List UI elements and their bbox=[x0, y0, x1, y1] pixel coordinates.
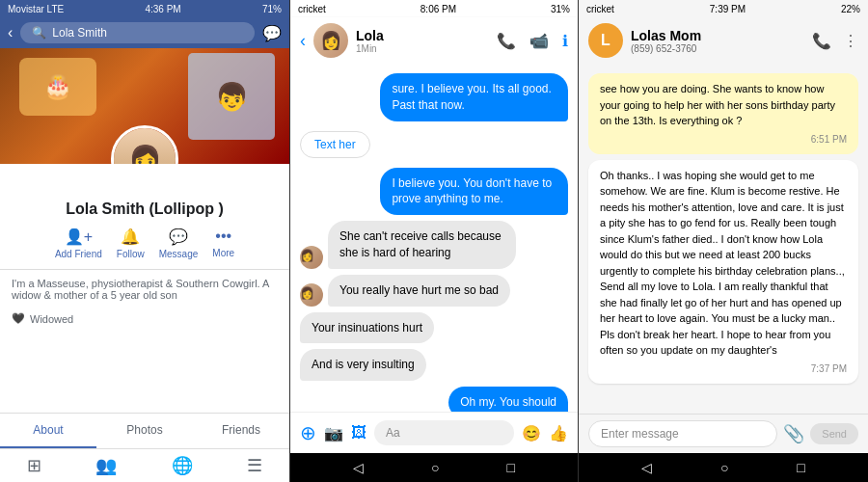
more-icon: ••• bbox=[215, 228, 231, 245]
message-row: And is very insulting bbox=[300, 349, 568, 381]
follow-button[interactable]: 🔔 Follow bbox=[117, 228, 145, 259]
menu-icon[interactable]: ☰ bbox=[247, 455, 262, 476]
add-friend-button[interactable]: 👤+ Add Friend bbox=[55, 228, 102, 259]
follow-label: Follow bbox=[117, 249, 145, 259]
more-button[interactable]: ••• More bbox=[212, 228, 234, 259]
search-box[interactable]: 🔍 Lola Smith bbox=[20, 22, 255, 43]
sent-message-3: Oh my. You should bbox=[448, 387, 568, 412]
battery-3: 22% bbox=[841, 4, 860, 14]
received-message-3: Your insinuations hurt bbox=[300, 312, 434, 344]
message-timestamp-2: 7:37 PM bbox=[600, 362, 847, 376]
messenger-header: ‹ 👩 Lola 1Min 📞 📹 ℹ bbox=[290, 17, 578, 64]
back-button-2[interactable]: ‹ bbox=[300, 31, 306, 51]
back-nav-icon-2[interactable]: ◁ bbox=[353, 460, 364, 475]
status-bar-1: Movistar LTE 4:36 PM 71% bbox=[0, 0, 289, 17]
contact-avatar-3: L bbox=[588, 23, 623, 58]
profile-name: Lola Smith (Lollipop ) bbox=[10, 201, 280, 218]
phone-icon-3[interactable]: 📞 bbox=[812, 32, 831, 50]
message-row: sure. I believe you. Its all good. Past … bbox=[300, 73, 568, 121]
message-label: Message bbox=[159, 249, 199, 259]
profile-actions: 👤+ Add Friend 🔔 Follow 💬 Message ••• Mor… bbox=[0, 218, 289, 270]
boy-photo: 👦 bbox=[188, 53, 275, 140]
emoji-icon-2[interactable]: 😊 bbox=[522, 424, 541, 442]
relationship-status: 🖤 Widowed bbox=[0, 308, 289, 329]
contact-info-3: Lolas Mom (859) 652-3760 bbox=[631, 28, 804, 54]
received-message-1: She can't receive calls because she is h… bbox=[328, 221, 516, 269]
back-nav-icon-3[interactable]: ◁ bbox=[641, 460, 652, 475]
carrier-2: cricket bbox=[298, 4, 326, 14]
contact-info-2: Lola 1Min bbox=[356, 28, 489, 54]
camera-icon-2[interactable]: 📷 bbox=[324, 424, 343, 442]
friends-icon[interactable]: 👥 bbox=[95, 455, 117, 476]
carrier-3: cricket bbox=[586, 4, 614, 14]
sender-avatar: 👩 bbox=[300, 246, 323, 269]
tab-friends[interactable]: Friends bbox=[193, 414, 289, 448]
tab-photos[interactable]: Photos bbox=[96, 414, 193, 448]
highlighted-message-text: see how you are doing. She wants to know… bbox=[600, 83, 835, 126]
text-her-button[interactable]: Text her bbox=[300, 131, 370, 158]
follow-icon: 🔔 bbox=[121, 228, 140, 246]
tab-about[interactable]: About bbox=[0, 414, 96, 448]
facebook-search-bar: ‹ 🔍 Lola Smith 💬 bbox=[0, 17, 289, 48]
sender-avatar: 👩 bbox=[300, 283, 323, 307]
back-arrow-icon[interactable]: ‹ bbox=[8, 24, 13, 41]
profile-avatar[interactable]: 👩 bbox=[111, 125, 178, 164]
message-timestamp-1: 6:51 PM bbox=[600, 132, 847, 147]
more-icon-3[interactable]: ⋮ bbox=[843, 32, 858, 50]
status-bar-3: cricket 7:39 PM 22% bbox=[579, 0, 868, 17]
globe-icon[interactable]: 🌐 bbox=[172, 455, 193, 476]
message-row: 👩 You really have hurt me so bad bbox=[300, 275, 568, 307]
home-icon[interactable]: ⊞ bbox=[27, 455, 41, 476]
search-text: Lola Smith bbox=[52, 26, 107, 40]
contact-avatar-2[interactable]: 👩 bbox=[313, 23, 348, 58]
messenger-icon[interactable]: 💬 bbox=[262, 24, 282, 42]
attach-icon-3[interactable]: 📎 bbox=[783, 423, 804, 444]
header-icons-2: 📞 📹 ℹ bbox=[497, 32, 568, 50]
profile-bio: I'm a Masseuse, physiotherapist & Southe… bbox=[0, 270, 289, 308]
photo-icon-2[interactable]: 🖼 bbox=[351, 424, 366, 442]
message-row: I believe you. You don't have to prove a… bbox=[300, 168, 568, 216]
message-row: 👩 She can't receive calls because she is… bbox=[300, 221, 568, 269]
heart-icon: 🖤 bbox=[12, 312, 25, 325]
search-icon: 🔍 bbox=[32, 26, 46, 40]
battery-1: 71% bbox=[262, 4, 282, 14]
recent-nav-icon-2[interactable]: □ bbox=[507, 460, 515, 475]
phone-icon-2[interactable]: 📞 bbox=[497, 32, 516, 50]
info-icon-2[interactable]: ℹ bbox=[562, 32, 568, 50]
like-icon-2[interactable]: 👍 bbox=[549, 424, 568, 442]
home-nav-icon-2[interactable]: ○ bbox=[431, 460, 439, 475]
message-row: Oh my. You should bbox=[300, 387, 568, 412]
home-nav-icon-3[interactable]: ○ bbox=[720, 460, 728, 475]
received-message-4: And is very insulting bbox=[300, 349, 426, 381]
cake-photo: 🎂 bbox=[19, 58, 96, 116]
cover-photo: 🎂 👦 👩 bbox=[0, 48, 289, 164]
contact-name-2: Lola bbox=[356, 28, 489, 43]
sent-message-2: I believe you. You don't have to prove a… bbox=[380, 168, 568, 216]
highlighted-message: see how you are doing. She wants to know… bbox=[588, 73, 858, 154]
input-bar-2: ⊕ 📷 🖼 Aa 😊 👍 bbox=[290, 412, 578, 453]
send-button-3[interactable]: Send bbox=[810, 423, 858, 444]
contact-name-3: Lolas Mom bbox=[631, 28, 804, 43]
message-input-2[interactable]: Aa bbox=[374, 420, 514, 445]
time-2: 8:06 PM bbox=[420, 4, 456, 14]
time-3: 7:39 PM bbox=[710, 4, 746, 14]
received-sms-1: Oh thanks.. I was hoping she would get t… bbox=[588, 160, 858, 384]
received-message-2: You really have hurt me so bad bbox=[328, 275, 510, 307]
add-friend-label: Add Friend bbox=[55, 249, 102, 259]
more-label: More bbox=[212, 248, 234, 258]
messenger-panel: cricket 8:06 PM 31% ‹ 👩 Lola 1Min 📞 📹 ℹ … bbox=[289, 0, 579, 482]
status-text: Widowed bbox=[30, 313, 73, 325]
status-bar-2: cricket 8:06 PM 31% bbox=[290, 0, 578, 17]
add-friend-icon: 👤+ bbox=[65, 228, 93, 246]
sms-messages-list: see how you are doing. She wants to know… bbox=[579, 64, 868, 414]
add-icon-2[interactable]: ⊕ bbox=[300, 421, 316, 444]
received-sms-text-1: Oh thanks.. I was hoping she would get t… bbox=[600, 170, 845, 357]
sms-input-bar: Enter message 📎 Send bbox=[579, 414, 868, 453]
sms-input[interactable]: Enter message bbox=[588, 420, 777, 447]
carrier-1: Movistar LTE bbox=[8, 4, 64, 14]
video-icon-2[interactable]: 📹 bbox=[529, 32, 549, 50]
header-icons-3: 📞 ⋮ bbox=[812, 32, 858, 50]
contact-status-2: 1Min bbox=[356, 43, 489, 54]
message-button[interactable]: 💬 Message bbox=[159, 228, 199, 259]
recent-nav-icon-3[interactable]: □ bbox=[797, 460, 804, 475]
